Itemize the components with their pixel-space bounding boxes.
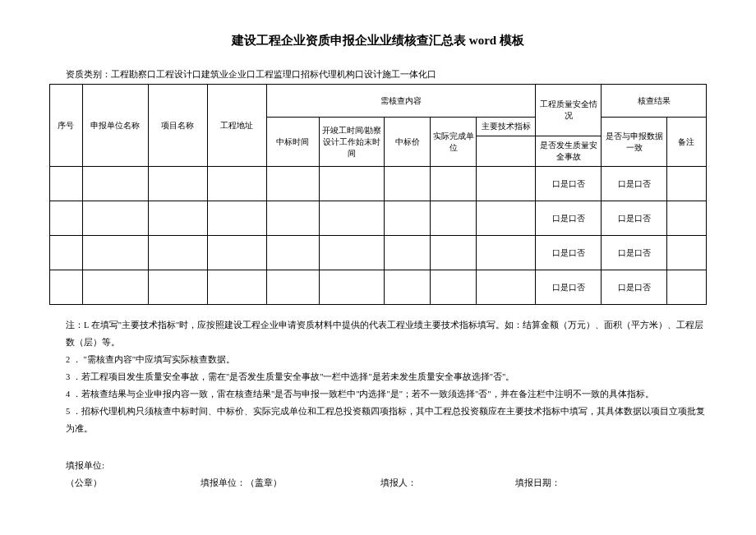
cell <box>431 270 477 305</box>
checkbox-icon: 口 <box>147 68 156 81</box>
opt2: 工程设计 <box>156 69 192 79</box>
th-tech-sub <box>477 136 536 167</box>
cell <box>148 167 207 201</box>
cell <box>207 201 266 236</box>
cell <box>477 167 536 201</box>
th-remark: 备注 <box>666 118 706 167</box>
note-3: 3 ．若工程项目发生质量安全事故，需在"是否发生质量安全事故"一栏中选择"是若未… <box>66 368 707 385</box>
checkbox-icon: 口 <box>292 68 301 81</box>
cell <box>666 167 706 201</box>
th-seq: 序号 <box>50 85 83 167</box>
cell <box>207 167 266 201</box>
th-period: 开竣工时间/勘察设计工作始末时间 <box>319 118 385 167</box>
cell <box>319 167 385 201</box>
cell <box>431 201 477 236</box>
category-prefix: 资质类别： <box>66 69 111 79</box>
footer-unit2: 填报单位：（盖章） <box>201 474 282 491</box>
cell <box>82 201 148 236</box>
cell <box>82 236 148 270</box>
cell <box>148 201 207 236</box>
cell <box>319 270 385 305</box>
cell <box>207 270 266 305</box>
cell-safety: 口是口否 <box>536 201 602 236</box>
cell <box>477 201 536 236</box>
footer-block: 填报单位: （公章） 填报单位：（盖章） 填报人： 填报日期： <box>49 457 707 491</box>
cell <box>385 201 431 236</box>
opt5: 招标代理机构 <box>301 69 355 79</box>
cell-match: 口是口否 <box>602 270 667 305</box>
cell <box>50 236 83 270</box>
cell <box>385 167 431 201</box>
note-2: 2 ． "需核查内容"中应填写实际核查数据。 <box>66 351 707 368</box>
footer-filler: 填报人： <box>380 474 417 491</box>
cell <box>385 236 431 270</box>
cell <box>266 201 319 236</box>
th-done-unit: 实际完成单位 <box>431 118 477 167</box>
cell <box>319 201 385 236</box>
footer-unit-label: 填报单位: <box>66 457 707 474</box>
table-row: 口是口否 口是口否 <box>50 201 707 236</box>
note-4: 4 ．若核查结果与企业申报内容一致，雷在核查结果"是否与申报一致栏中"内选择"是… <box>66 385 707 403</box>
cell-safety: 口是口否 <box>536 236 602 270</box>
th-result-group: 核查结果 <box>602 85 707 118</box>
cell <box>50 167 83 201</box>
th-check-group: 需核查内容 <box>266 85 536 118</box>
th-safety: 是否发生质量安全事故 <box>536 136 602 167</box>
cell-match: 口是口否 <box>602 167 667 201</box>
checkbox-icon: 口 <box>427 68 436 81</box>
cell <box>431 236 477 270</box>
cell <box>82 167 148 201</box>
cell-match: 口是口否 <box>602 236 667 270</box>
footer-date: 填报日期： <box>515 474 560 491</box>
th-applicant: 申报单位名称 <box>82 85 148 167</box>
cell <box>666 236 706 270</box>
opt3: 建筑业企业 <box>201 69 247 79</box>
cell <box>477 270 536 305</box>
cell-safety: 口是口否 <box>536 167 602 201</box>
table-row: 口是口否 口是口否 <box>50 236 707 270</box>
table-row: 口是口否 口是口否 <box>50 167 707 201</box>
cell <box>266 167 319 201</box>
opt6: 设计施工一体化 <box>364 69 427 79</box>
th-safety-group: 工程质量安全情况 <box>536 85 602 136</box>
checkbox-icon: 口 <box>355 68 364 81</box>
table-row: 口是口否 口是口否 <box>50 270 707 305</box>
cell <box>385 270 431 305</box>
th-project: 项目名称 <box>148 85 207 167</box>
cell <box>431 167 477 201</box>
cell <box>266 236 319 270</box>
checkbox-icon: 口 <box>192 68 201 81</box>
cell <box>477 236 536 270</box>
opt4: 工程监理 <box>256 69 292 79</box>
th-bid-price: 中标价 <box>385 118 431 167</box>
opt1: 工程勘察 <box>111 69 147 79</box>
footer-seal: （公章） <box>66 474 102 491</box>
cell-safety: 口是口否 <box>536 270 602 305</box>
cell <box>50 270 83 305</box>
notes-block: 注：L 在填写"主要技术指标"时，应按照建设工程企业申请资质材料中提供的代表工程… <box>49 316 707 437</box>
note-5: 5 ．招标代理机构只须核查中标时间、中标价、实际完成单位和工程总投资额四项指标，… <box>66 403 707 437</box>
cell <box>319 236 385 270</box>
note-1: 注：L 在填写"主要技术指标"时，应按照建设工程企业申请资质材料中提供的代表工程… <box>66 316 707 351</box>
cell <box>148 236 207 270</box>
cell <box>82 270 148 305</box>
cell <box>148 270 207 305</box>
th-tech: 主要技术指标 <box>477 118 536 136</box>
checkbox-icon: 口 <box>247 68 256 81</box>
th-match: 是否与申报数据一致 <box>602 118 667 167</box>
cell <box>666 270 706 305</box>
cell <box>666 201 706 236</box>
cell-match: 口是口否 <box>602 201 667 236</box>
cell <box>50 201 83 236</box>
th-bid-time: 中标时间 <box>266 118 319 167</box>
category-line: 资质类别：工程勘察口工程设计口建筑业企业口工程监理口招标代理机构口设计施工一体化… <box>49 68 707 81</box>
page-title: 建设工程企业资质申报企业业绩核查汇总表 word 模板 <box>49 33 707 48</box>
cell <box>207 236 266 270</box>
th-address: 工程地址 <box>207 85 266 167</box>
cell <box>266 270 319 305</box>
summary-table: 序号 申报单位名称 项目名称 工程地址 需核查内容 工程质量安全情况 核查结果 … <box>49 84 707 305</box>
